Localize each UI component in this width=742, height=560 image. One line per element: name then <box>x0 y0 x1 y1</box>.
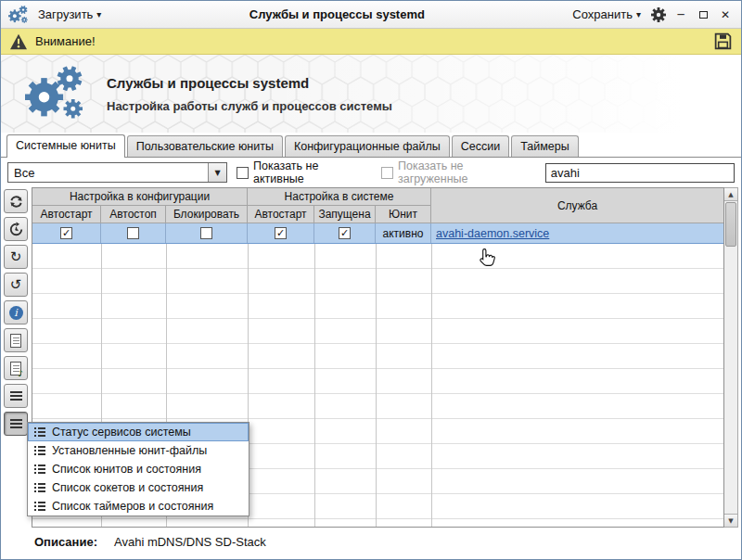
refresh-button[interactable] <box>4 189 28 213</box>
menu-item-sockets-list[interactable]: Список сокетов и состояния <box>28 478 249 497</box>
status-menu-button[interactable] <box>4 412 28 436</box>
redo-icon: ↻ <box>10 250 22 264</box>
warning-label: Внимание! <box>35 34 96 48</box>
maximize-button[interactable] <box>695 6 711 23</box>
vertical-scrollbar[interactable]: ▲ ▼ <box>724 187 738 528</box>
running-checkbox[interactable]: ✓ <box>339 227 351 239</box>
menu-item-units-list[interactable]: Список юнитов и состояния <box>28 460 249 478</box>
info-icon: i <box>9 306 23 320</box>
save-menu-button[interactable]: Сохранить ▾ <box>569 6 645 23</box>
scrollbar-thumb[interactable] <box>725 202 736 247</box>
column-header-unit[interactable]: Юнит <box>376 206 431 223</box>
autostop-config-checkbox[interactable] <box>127 227 139 239</box>
list-icon <box>34 427 45 437</box>
description-value: Avahi mDNS/DNS SD-Stack <box>114 535 266 549</box>
refresh-icon <box>8 194 24 210</box>
table-header: Настройка в конфигурации Настройка в сис… <box>32 188 723 223</box>
scroll-up-button[interactable]: ▲ <box>724 188 737 201</box>
search-input[interactable] <box>545 163 735 183</box>
banner-subtitle: Настройка работы служб и процессов систе… <box>107 99 392 113</box>
scroll-down-button[interactable]: ▼ <box>724 514 737 527</box>
tab-user-units[interactable]: Пользовательские юниты <box>127 135 283 157</box>
document-icon <box>10 334 21 348</box>
app-gears-icon <box>8 6 29 24</box>
list-button[interactable] <box>4 384 28 408</box>
warning-icon <box>9 33 28 50</box>
redo-button[interactable]: ↻ <box>4 245 28 269</box>
column-header-service[interactable]: Служба <box>431 188 723 223</box>
combo-dropdown-button[interactable]: ▼ <box>208 163 226 182</box>
show-unloaded-checkbox[interactable]: Показать не загруженные <box>381 159 536 185</box>
journal-button[interactable]: ♪ <box>4 356 28 380</box>
info-button[interactable]: i <box>4 300 28 325</box>
reload-clock-icon <box>8 222 24 237</box>
caret-down-icon: ▾ <box>636 9 641 19</box>
menu-item-installed-unit-files[interactable]: Установленные юнит-файлы <box>28 441 249 460</box>
list-menu-icon <box>10 419 22 429</box>
floppy-icon <box>713 32 733 51</box>
settings-gear-button[interactable] <box>650 6 667 23</box>
close-button[interactable]: ✕ <box>717 6 734 23</box>
group-header-system[interactable]: Настройка в системе <box>248 188 431 206</box>
caret-down-icon: ▾ <box>96 9 101 19</box>
group-header-config[interactable]: Настройка в конфигурации <box>32 188 248 206</box>
tab-bar: Системные юниты Пользовательские юниты К… <box>1 133 741 157</box>
list-icon <box>34 502 45 511</box>
tab-system-units[interactable]: Системные юниты <box>6 134 125 158</box>
checkbox-icon[interactable] <box>381 167 393 179</box>
window-title: Службы и процессы systemd <box>110 7 563 21</box>
filter-row: Все ▼ Показать не активные Показать не з… <box>1 158 741 187</box>
arrow-up-icon: ▲ <box>728 191 733 198</box>
tab-timers[interactable]: Таймеры <box>511 135 579 157</box>
save-menu-label: Сохранить <box>572 7 633 21</box>
column-header-running[interactable]: Запущена <box>314 206 376 223</box>
warning-bar: Внимание! <box>1 29 741 55</box>
chevron-down-icon: ▼ <box>214 169 220 177</box>
banner-title: Службы и процессы systemd <box>107 75 392 91</box>
gears-icon <box>25 66 86 121</box>
close-icon: ✕ <box>721 8 730 21</box>
menu-item-status-services[interactable]: Статус сервисов системы <box>28 423 249 441</box>
list-icon <box>34 465 45 474</box>
combo-value: Все <box>14 166 34 180</box>
load-menu-label: Загрузить <box>38 7 93 21</box>
block-config-checkbox[interactable] <box>200 227 212 239</box>
app-window: Загрузить ▾ Службы и процессы systemd Со… <box>0 0 742 560</box>
column-header-block[interactable]: Блокировать <box>166 206 248 223</box>
unit-filter-combo[interactable]: Все ▼ <box>7 162 227 183</box>
save-file-button[interactable] <box>713 32 733 51</box>
minimize-icon: ─ <box>677 8 684 21</box>
autostart-config-checkbox[interactable]: ✓ <box>60 227 72 239</box>
gear-icon <box>651 7 666 22</box>
show-inactive-checkbox[interactable]: Показать не активные <box>237 159 372 185</box>
list-icon <box>34 483 45 492</box>
list-icon <box>10 391 22 401</box>
autostart-system-checkbox[interactable]: ✓ <box>275 227 287 239</box>
load-menu-button[interactable]: Загрузить ▾ <box>34 6 105 23</box>
column-header-autostop[interactable]: Автостоп <box>101 206 166 223</box>
header-banner: Службы и процессы systemd Настройка рабо… <box>1 55 741 133</box>
note-icon: ♪ <box>18 369 23 378</box>
reload-units-button[interactable] <box>4 217 28 241</box>
status-popup-menu: Статус сервисов системы Установленные юн… <box>27 422 249 516</box>
status-bar: Описание: Avahi mDNS/DNS SD-Stack <box>1 528 741 559</box>
undo-button[interactable]: ↺ <box>4 273 28 297</box>
service-link[interactable]: avahi-daemon.service <box>436 227 549 240</box>
undo-icon: ↺ <box>10 278 22 292</box>
journal-icon: ♪ <box>10 362 21 375</box>
column-header-autostart-config[interactable]: Автостарт <box>32 206 101 223</box>
open-file-button[interactable] <box>4 328 28 352</box>
tab-config-files[interactable]: Конфигурационные файлы <box>285 135 450 157</box>
list-icon <box>34 446 45 455</box>
menu-item-timers-list[interactable]: Список таймеров и состояния <box>28 497 249 515</box>
checkbox-icon[interactable] <box>237 167 249 179</box>
unit-state-cell: активно <box>376 223 431 243</box>
column-header-autostart-system[interactable]: Автостарт <box>248 206 314 223</box>
arrow-down-icon: ▼ <box>728 517 733 525</box>
table-row-selected[interactable]: ✓ ✓ ✓ активно avahi-daemon.service <box>32 223 723 244</box>
description-label: Описание: <box>34 535 97 549</box>
minimize-button[interactable]: ─ <box>672 6 689 23</box>
titlebar: Загрузить ▾ Службы и процессы systemd Со… <box>1 1 741 29</box>
tab-sessions[interactable]: Сессии <box>452 135 509 157</box>
maximize-icon <box>699 11 708 19</box>
